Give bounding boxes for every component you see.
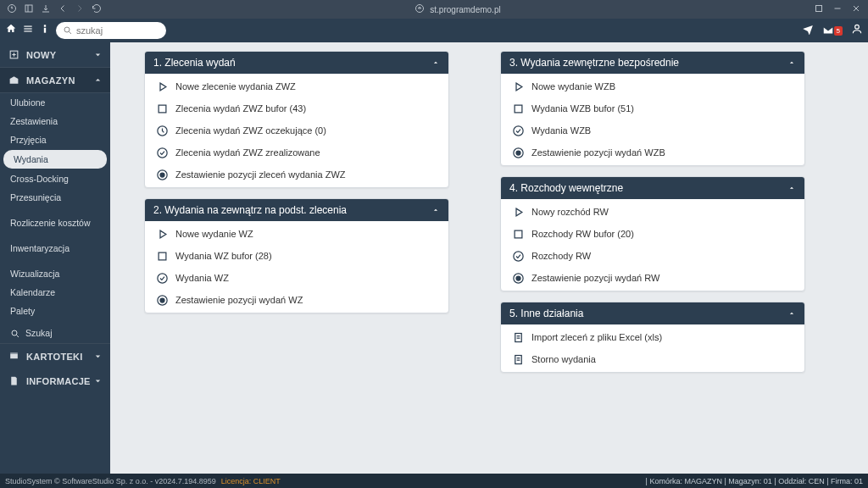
sidebar-item-palety[interactable]: Palety [0,302,110,320]
card: 5. Inne działaniaImport zleceń z pliku E… [500,302,805,373]
square-icon [155,249,169,263]
window-close-icon[interactable] [851,3,861,15]
card-item[interactable]: Zlecenia wydań ZWZ oczekujące (0) [145,119,448,141]
card-item[interactable]: Storno wydania [501,348,804,370]
reload-icon[interactable] [92,3,102,15]
search-icon [10,329,20,339]
card-header[interactable]: 1. Zlecenia wydań [145,52,448,74]
card: 1. Zlecenia wydańNowe zlecenie wydania Z… [144,51,449,188]
svg-point-37 [516,276,520,280]
sidebar-section-nowy[interactable]: NOWY [0,42,110,67]
back-icon[interactable] [58,3,68,15]
card-item[interactable]: Nowe wydanie WZ [145,223,448,245]
sidebar-item-przyjęcia[interactable]: Przyjęcia [0,130,110,149]
forward-icon[interactable] [75,3,85,15]
clock-icon [155,124,169,137]
card-item-label: Nowe wydanie WZ [175,229,253,239]
panel-icon[interactable] [24,3,34,15]
sidebar-item-inwentaryzacja[interactable]: Inwentaryzacja [0,239,110,258]
card-title: 1. Zlecenia wydań [153,57,236,69]
svg-rect-4 [816,6,822,12]
sidebar-section-informacje[interactable]: INFORMACJE [0,369,110,393]
chevron-up-icon [92,75,103,86]
lock-icon [415,3,425,15]
sidebar-section-label: INFORMACJE [26,376,91,386]
svg-point-17 [12,330,17,336]
home-icon[interactable] [5,23,17,38]
card-item-label: Nowe wydanie WZB [531,81,615,92]
window-restore-icon[interactable] [814,3,824,15]
radio-icon [511,146,525,159]
search-icon [63,25,73,36]
card-item[interactable]: Wydania WZB [501,119,804,141]
play-icon [155,80,169,93]
card-header[interactable]: 5. Inne działania [501,302,804,324]
card-item[interactable]: Wydania WZ [145,267,448,289]
sidebar-item-wydania[interactable]: Wydania [3,150,107,169]
card-item[interactable]: Zlecenia wydań ZWZ bufor (43) [145,97,448,119]
app-menu-icon[interactable] [7,3,17,15]
svg-point-23 [157,147,166,157]
collapse-icon [787,184,796,192]
sidebar-section-magazyn[interactable]: MAGAZYN [0,67,110,93]
download-icon[interactable] [41,3,51,15]
card-item[interactable]: Wydania WZB bufor (51) [501,97,804,119]
square-icon [511,227,525,241]
card-item-label: Zestawienie pozycji wydań WZB [531,147,665,158]
sidebar-item-cross-docking[interactable]: Cross-Docking [0,169,110,188]
doc-icon [511,330,525,344]
card-item[interactable]: Nowe zlecenie wydania ZWZ [145,75,448,97]
chevron-down-icon [92,351,103,362]
sidebar-item-przesunięcia[interactable]: Przesunięcia [0,188,110,207]
card-item[interactable]: Rozchody RW [501,245,804,267]
svg-point-11 [64,27,70,32]
search-input[interactable] [76,25,159,36]
card-item-label: Rozchody RW [531,251,591,261]
card-item-label: Wydania WZB [531,125,591,136]
sidebar-item-szukaj[interactable]: Szukaj [0,324,110,343]
window-minimize-icon[interactable] [832,3,843,15]
card-item[interactable]: Zestawienie pozycji zleceń wydania ZWZ [145,164,448,186]
card-header[interactable]: 4. Rozchody wewnętrzne [501,177,804,199]
card-header[interactable]: 3. Wydania zewnętrzne bezpośrednie [501,52,804,74]
sidebar-item-wizualizacja[interactable]: Wizualizacja [0,264,110,283]
check-icon [155,271,169,285]
sidebar-section-label: MAGAZYN [26,75,75,86]
search-box[interactable] [56,22,166,39]
plane-icon[interactable] [802,23,814,38]
card: 4. Rozchody wewnętrzneNowy rozchód RWRoz… [500,176,805,291]
card-item[interactable]: Zestawienie pozycji wydań WZ [145,289,448,311]
sidebar-item-zestawienia[interactable]: Zestawienia [0,112,110,130]
card: 2. Wydania na zewnątrz na podst. zleceni… [144,198,449,313]
user-icon[interactable] [851,23,863,38]
card-item[interactable]: Zestawienie pozycji wydań WZB [501,141,804,164]
address-url[interactable]: st.programdemo.pl [430,5,500,14]
card-item[interactable]: Rozchody RW bufor (20) [501,223,804,245]
window-titlebar: st.programdemo.pl [0,0,868,19]
card-item[interactable]: Import zleceń z pliku Excel (xls) [501,326,804,348]
svg-point-27 [157,273,166,282]
list-icon[interactable] [22,23,34,38]
svg-point-31 [513,125,522,135]
mail-icon[interactable]: 5 [822,25,843,36]
info-icon[interactable] [39,23,51,38]
sidebar-item-rozliczenie-kosztów[interactable]: Rozliczenie kosztów [0,214,110,232]
card-item-label: Storno wydania [531,354,596,364]
sidebar-item-ulubione[interactable]: Ulubione [0,93,110,112]
card-item[interactable]: Zlecenia wydań ZWZ zrealizowane [145,141,448,164]
doc-icon [511,352,525,366]
square-icon [511,102,525,115]
svg-rect-1 [25,5,32,12]
card-item-label: Zestawienie pozycji wydań WZ [175,295,303,305]
card-item[interactable]: Nowy rozchód RW [501,201,804,223]
card-item-label: Rozchody RW bufor (20) [531,229,634,239]
card-item[interactable]: Wydania WZ bufor (28) [145,245,448,267]
card-item-label: Wydania WZ [175,273,229,283]
card-header[interactable]: 2. Wydania na zewnątrz na podst. zleceni… [145,199,448,221]
sidebar-item-kalendarze[interactable]: Kalendarze [0,283,110,302]
svg-point-33 [516,151,520,155]
card-item[interactable]: Zestawienie pozycji wydań RW [501,267,804,289]
card-item[interactable]: Nowe wydanie WZB [501,75,804,97]
play-icon [511,80,525,93]
sidebar-section-kartoteki[interactable]: KARTOTEKI [0,343,110,369]
